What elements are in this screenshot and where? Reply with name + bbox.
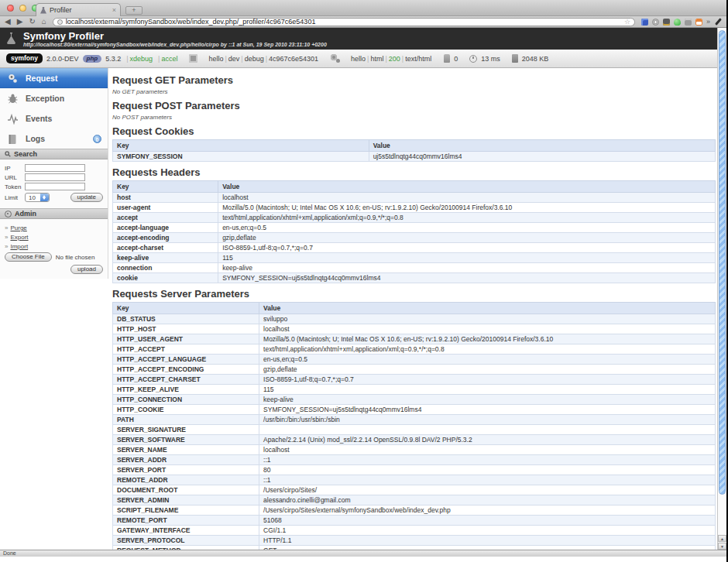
choose-file-button[interactable]: Choose File — [5, 252, 52, 262]
browser-tab[interactable]: Profiler × — [36, 3, 121, 16]
table-row: SYMFONY_SESSIONuj5s5tdlnqtg44cq0mmv16lms… — [113, 152, 716, 162]
accel-link[interactable]: accel — [161, 55, 177, 63]
purge-link[interactable]: Purge — [10, 224, 26, 231]
new-tab-button[interactable]: + — [125, 6, 143, 15]
key-cell: HTTP_COOKIE — [113, 405, 259, 415]
headers-title: Requests Headers — [112, 166, 716, 178]
sidebar-item-request[interactable]: Request — [0, 68, 108, 88]
column-header: Key — [113, 181, 218, 193]
table-row: HTTP_ACCEPT_ENCODINGgzip,deflate — [113, 365, 716, 375]
stopwatch-icon — [469, 55, 477, 63]
debug-toolbar: symfony 2.0.0-DEV php 5.3.2 | xdebug | a… — [0, 50, 717, 68]
export-link[interactable]: Export — [10, 234, 28, 241]
value-cell: uj5s5tdlnqtg44cq0mmv16lms4 — [369, 152, 715, 162]
sidebar-item-logs[interactable]: Logs 0 — [0, 129, 108, 149]
value-cell: /Users/cirpo/Sites/ — [259, 485, 716, 495]
sidebar-item-exception[interactable]: Exception — [0, 88, 108, 108]
key-cell: SERVER_SIGNATURE — [113, 425, 259, 435]
page-info-icon[interactable] — [57, 19, 63, 25]
database-icon — [444, 54, 450, 63]
logs-icon — [7, 133, 19, 145]
header-row: KeyValue — [113, 303, 716, 314]
sidebar: Request Exception Events Logs 0 — [0, 68, 108, 550]
url-text[interactable]: localhost/external/symfonySandbox/web/in… — [66, 18, 621, 26]
import-link[interactable]: Import — [10, 243, 28, 250]
bug-icon — [7, 93, 19, 105]
admin-panel: »Purge »Export »Import Choose File No fi… — [0, 219, 108, 279]
limit-select[interactable]: 10 — [25, 193, 50, 202]
browser-window: Profiler × + ◀ ▶ ↻ ⌂ localhost/external/… — [0, 0, 726, 562]
server-parameters-table: KeyValueDB_STATUSsviluppoHTTP_HOSTlocalh… — [112, 302, 716, 550]
tab-close-icon[interactable]: × — [112, 7, 116, 14]
url-label: URL — [5, 174, 25, 181]
ip-input[interactable] — [25, 164, 85, 172]
pulse-icon — [7, 113, 19, 125]
key-cell: REMOTE_ADDR — [113, 475, 259, 485]
forward-icon[interactable]: ▶ — [17, 18, 23, 26]
value-cell: SYMFONY_SESSION=uj5s5tdlnqtg44cq0mmv16lm… — [218, 273, 716, 283]
upload-button[interactable]: upload — [70, 265, 103, 274]
tab-title: Profiler — [50, 6, 109, 14]
key-cell: HTTP_ACCEPT_CHARSET — [113, 375, 259, 385]
vertical-scrollbar[interactable]: ▲ ▼ — [717, 28, 726, 550]
header-row: KeyValue — [113, 181, 716, 193]
reload-icon[interactable]: ↻ — [29, 18, 35, 26]
page-viewport: Symfony Profiler http://localhost:80/ext… — [0, 28, 717, 550]
gears-icon — [331, 54, 340, 63]
wrench-menu-icon[interactable] — [714, 18, 722, 26]
minimize-window-button[interactable] — [19, 5, 26, 12]
url-bar[interactable]: localhost/external/symfonySandbox/web/in… — [53, 18, 635, 26]
value-cell: keep-alive — [259, 395, 716, 405]
profile-token[interactable]: 4c967c6e54301 — [269, 55, 318, 63]
table-row: SERVER_SOFTWAREApache/2.2.14 (Unix) mod_… — [113, 435, 716, 445]
table-row: DOCUMENT_ROOT/Users/cirpo/Sites/ — [113, 485, 716, 495]
table-row: HTTP_HOSTlocalhost — [113, 324, 716, 334]
xdebug-link[interactable]: xdebug — [130, 55, 153, 63]
back-icon[interactable]: ◀ — [5, 18, 11, 26]
value-cell: HTTP/1.1 — [259, 536, 716, 546]
puzzle-extension-icon[interactable] — [641, 19, 648, 26]
get-parameters-title: Request GET Parameters — [112, 74, 716, 86]
scroll-up-button[interactable]: ▲ — [718, 535, 726, 542]
key-cell: connection — [113, 263, 218, 273]
value-cell: Mozilla/5.0 (Macintosh; U; Intel Mac OS … — [218, 203, 716, 213]
key-cell: DB_STATUS — [113, 314, 259, 324]
request-info: hello| html| 200| text/html — [350, 55, 432, 63]
server-parameters-title: Requests Server Parameters — [112, 288, 716, 300]
url-input[interactable] — [25, 173, 85, 181]
table-row: GATEWAY_INTERFACECGI/1.1 — [113, 526, 716, 536]
update-button[interactable]: update — [70, 193, 103, 202]
orange-page-extension-icon[interactable] — [695, 19, 702, 26]
plug-extension-icon[interactable] — [685, 19, 692, 26]
table-row: accept-charsetISO-8859-1,utf-8;q=0.7,*;q… — [113, 243, 716, 253]
key-cell: HTTP_USER_AGENT — [113, 334, 259, 344]
sidebar-item-events[interactable]: Events — [0, 108, 108, 129]
memory-usage: 2048 KB — [522, 55, 549, 63]
table-row: accept-encodinggzip,deflate — [113, 233, 716, 243]
value-cell: sviluppo — [259, 314, 716, 324]
camera-extension-icon[interactable] — [663, 19, 670, 26]
home-icon[interactable]: ⌂ — [42, 18, 46, 26]
token-input[interactable] — [25, 183, 85, 190]
column-header: Value — [259, 303, 716, 314]
extension-row: » — [641, 18, 722, 26]
column-header: Key — [113, 303, 259, 314]
key-cell: HTTP_ACCEPT — [113, 344, 259, 355]
table-row: SERVER_ADMINalessandro.cinelli@gmail.com — [113, 495, 716, 505]
value-cell: alessandro.cinelli@gmail.com — [259, 495, 716, 505]
status-code: 200 — [389, 55, 400, 63]
value-cell: keep-alive — [218, 263, 716, 273]
key-cell: accept — [113, 213, 218, 223]
proxy-globe-icon[interactable] — [652, 19, 659, 26]
bookmark-star-icon[interactable]: ☆ — [624, 19, 630, 26]
close-window-button[interactable] — [7, 5, 14, 12]
value-cell: ISO-8859-1,utf-8;q=0.7,*;q=0.7 — [218, 243, 716, 253]
header-row: KeyValue — [113, 140, 716, 152]
value-cell: localhost — [218, 193, 716, 203]
overflow-chevron-icon[interactable]: » — [706, 19, 710, 26]
key-cell: SYMFONY_SESSION — [113, 152, 369, 162]
scroll-down-button[interactable]: ▼ — [718, 543, 726, 550]
scrollbar-thumb[interactable] — [719, 30, 726, 495]
green-drop-extension-icon[interactable] — [674, 19, 681, 26]
token-label: Token — [5, 183, 25, 190]
